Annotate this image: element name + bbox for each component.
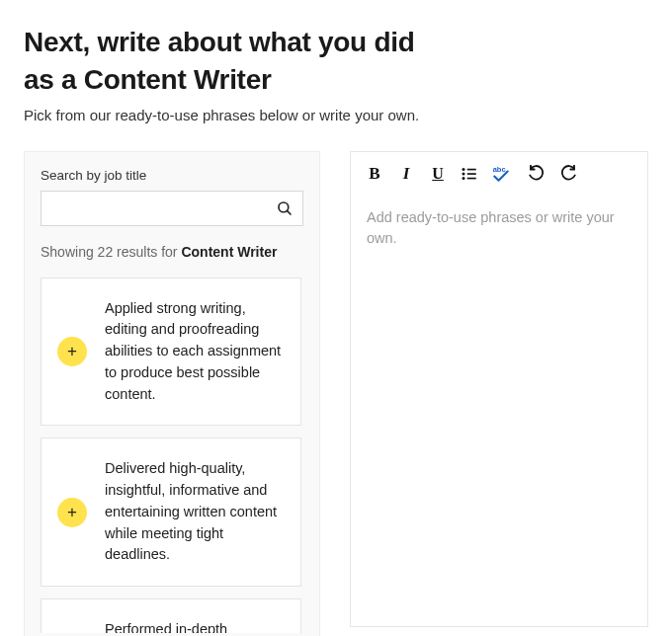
search-input[interactable]: [41, 191, 303, 226]
editor-toolbar: B I U abc: [351, 152, 647, 194]
search-label: Search by job title: [41, 168, 303, 183]
bold-button[interactable]: B: [365, 164, 384, 184]
page-title-line2: as a Content Writer: [24, 64, 272, 95]
editor-textarea[interactable]: Add ready-to-use phrases or write your o…: [351, 194, 647, 626]
results-prefix: Showing: [41, 244, 98, 260]
editor-panel: B I U abc: [350, 151, 648, 627]
results-count-line: Showing 22 results for Content Writer: [41, 244, 303, 260]
add-phrase-button[interactable]: +: [57, 498, 87, 527]
underline-icon: U: [432, 165, 444, 183]
bullet-list-icon: [461, 165, 478, 183]
svg-point-6: [462, 177, 465, 180]
italic-button[interactable]: I: [396, 164, 416, 184]
svg-line-1: [287, 210, 291, 214]
add-phrase-button[interactable]: +: [57, 337, 87, 366]
phrase-text: Applied strong writing, editing and proo…: [105, 298, 285, 406]
results-middle: results for: [113, 244, 181, 260]
phrase-card: + Performed in-depth research into topic…: [41, 598, 301, 633]
redo-button[interactable]: [558, 164, 578, 184]
plus-icon: +: [67, 504, 77, 520]
underline-button[interactable]: U: [428, 164, 448, 184]
svg-rect-5: [467, 173, 476, 175]
svg-text:abc: abc: [493, 165, 506, 174]
results-count: 22: [98, 244, 114, 260]
results-term: Content Writer: [181, 244, 277, 260]
bullet-list-button[interactable]: [460, 164, 479, 184]
bold-icon: B: [369, 164, 379, 184]
phrase-list[interactable]: + Applied strong writing, editing and pr…: [41, 278, 303, 633]
search-input-wrap: [41, 191, 303, 226]
svg-point-4: [462, 172, 465, 175]
phrase-card: + Applied strong writing, editing and pr…: [41, 278, 301, 427]
phrase-card: + Delivered high-quality, insightful, in…: [41, 437, 301, 587]
editor-placeholder: Add ready-to-use phrases or write your o…: [367, 207, 631, 249]
page-title: Next, write about what you did as a Cont…: [24, 24, 648, 99]
svg-point-2: [462, 168, 465, 171]
phrase-text: Delivered high-quality, insightful, info…: [105, 458, 285, 566]
plus-icon: +: [67, 343, 77, 359]
phrase-text: Performed in-depth research into topics …: [105, 619, 285, 633]
page-subheading: Pick from our ready-to-use phrases below…: [24, 107, 648, 123]
redo-icon: [559, 165, 577, 183]
italic-icon: I: [403, 164, 410, 184]
svg-rect-3: [467, 168, 476, 170]
phrases-panel: Search by job title Showing 22 results f…: [24, 151, 320, 636]
main-columns: Search by job title Showing 22 results f…: [24, 151, 648, 636]
search-icon[interactable]: [276, 199, 294, 217]
undo-icon: [528, 165, 546, 183]
spellcheck-icon: abc: [491, 164, 511, 184]
svg-rect-7: [467, 177, 476, 179]
undo-button[interactable]: [527, 164, 546, 184]
spellcheck-button[interactable]: abc: [491, 164, 511, 184]
page-title-line1: Next, write about what you did: [24, 27, 414, 57]
